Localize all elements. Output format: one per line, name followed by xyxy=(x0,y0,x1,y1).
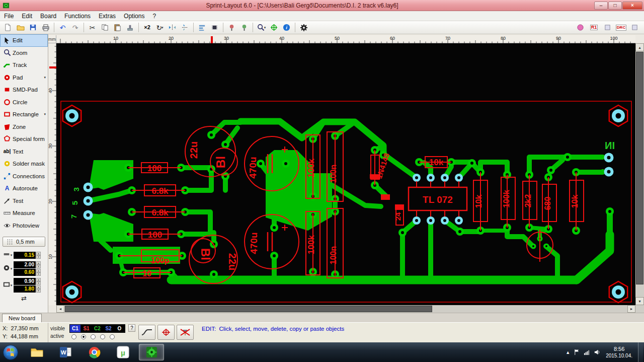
menu-item-file[interactable]: File xyxy=(0,11,18,21)
tool-test[interactable]: Test xyxy=(0,195,48,207)
pad-diameter-spinner[interactable]: ▴▾ xyxy=(36,261,41,268)
layer-c2-button[interactable]: C2 xyxy=(92,325,103,332)
tool-photoview[interactable]: Photoview xyxy=(0,220,48,232)
redo-button[interactable]: ↷ xyxy=(69,22,82,33)
vertical-scrollbar[interactable]: ▴ ▾ xyxy=(635,43,644,305)
track-width-dropdown-icon[interactable]: ▾ xyxy=(11,253,13,257)
copy-button[interactable] xyxy=(99,22,111,33)
menu-item-board[interactable]: Board xyxy=(36,11,60,21)
vertical-scroll-thumb[interactable] xyxy=(636,52,643,284)
layer-c1-button[interactable]: C1 xyxy=(70,325,80,332)
menu-item-options[interactable]: Options xyxy=(120,11,148,21)
smd-size-dropdown-icon[interactable]: ▾ xyxy=(11,283,13,287)
active-layer-radio-c2[interactable] xyxy=(91,334,96,339)
active-layer-radio-c1[interactable] xyxy=(71,334,76,339)
pad-size-dropdown-icon[interactable]: ▾ xyxy=(11,267,13,271)
rotate-button[interactable]: ↻▾ xyxy=(153,22,166,33)
tool-special-form[interactable]: Special form xyxy=(0,133,48,146)
pad-cross-button[interactable] xyxy=(157,325,175,340)
dropdown-arrow-icon[interactable]: ▾ xyxy=(264,26,266,30)
flip-vertical-button[interactable] xyxy=(179,22,191,33)
swap-values-icon[interactable]: ⇄ xyxy=(2,295,46,302)
horizontal-scrollbar[interactable]: ◂ ▸ xyxy=(56,305,635,313)
taskbar-app-sprint-layout[interactable] xyxy=(139,344,164,360)
tool-zone[interactable]: Zone xyxy=(0,121,48,133)
new-file-button[interactable] xyxy=(2,22,14,33)
delete-button[interactable] xyxy=(124,22,136,33)
menu-item-edit[interactable]: Edit xyxy=(18,11,36,21)
save-file-button[interactable] xyxy=(27,22,39,33)
tool-rectangle[interactable]: Rectangle▾ xyxy=(0,108,48,121)
print-button[interactable] xyxy=(39,22,52,33)
align-button[interactable] xyxy=(196,22,208,33)
scroll-up-icon[interactable]: ▴ xyxy=(635,43,644,51)
open-file-button[interactable] xyxy=(14,22,27,33)
footprint-button[interactable] xyxy=(208,22,221,33)
tool-zoom[interactable]: Zoom xyxy=(0,47,48,59)
tool-circle[interactable]: Circle xyxy=(0,96,48,109)
scroll-left-icon[interactable]: ◂ xyxy=(56,305,64,313)
flag-icon[interactable] xyxy=(574,349,580,355)
show-desktop-button[interactable] xyxy=(638,342,643,362)
taskbar-app-utorrent[interactable]: µ xyxy=(110,344,135,360)
duplicate-button[interactable]: ×2 xyxy=(141,22,153,33)
track-width-spinner[interactable]: ▴▾ xyxy=(36,252,41,259)
tool-autoroute[interactable]: AAutoroute xyxy=(0,182,48,195)
menu-item-help[interactable]: ? xyxy=(148,11,160,21)
active-layer-radio-o[interactable] xyxy=(110,334,115,339)
dropdown-arrow-icon[interactable]: ▾ xyxy=(162,26,164,30)
cut-button[interactable]: ✂ xyxy=(86,22,99,33)
tool-connections[interactable]: Connections xyxy=(0,170,48,183)
component-side-button[interactable] xyxy=(238,22,251,33)
tool-smd-pad[interactable]: SMD-Pad xyxy=(0,84,48,96)
pad-diameter-value[interactable]: 2.00 xyxy=(14,261,36,268)
active-layer-radio-s1[interactable] xyxy=(81,334,86,339)
paste-button[interactable] xyxy=(111,22,124,33)
tool-measure[interactable]: Measure xyxy=(0,207,48,220)
solder-side-button[interactable] xyxy=(225,22,238,33)
network-icon[interactable] xyxy=(584,349,590,355)
menu-item-functions[interactable]: Functions xyxy=(60,11,95,21)
taskbar-app-windows-explorer[interactable] xyxy=(24,344,49,360)
tool-edit[interactable]: Edit xyxy=(0,34,48,47)
board-info-button[interactable]: i xyxy=(280,22,293,33)
smd-height-value[interactable]: 1.80 xyxy=(14,285,36,293)
layer-o-button[interactable]: O xyxy=(114,325,125,332)
layer-s1-button[interactable]: S1 xyxy=(81,325,92,332)
dropdown-arrow-icon[interactable]: ▾ xyxy=(44,112,46,116)
minimize-button[interactable]: – xyxy=(594,2,608,10)
horizontal-scroll-thumb[interactable] xyxy=(65,306,432,312)
tool-text[interactable]: ab|Text xyxy=(0,146,48,158)
hidden-icons-icon[interactable]: ▲ xyxy=(566,350,570,355)
tool-track[interactable]: Track xyxy=(0,59,48,71)
menu-item-extras[interactable]: Extras xyxy=(95,11,120,21)
taskbar-app-chrome[interactable] xyxy=(82,344,107,360)
clock[interactable]: 8:56 2015.10.04. xyxy=(606,346,632,359)
scroll-down-icon[interactable]: ▾ xyxy=(635,297,644,305)
pcb-canvas[interactable]: 22uBl470u1006.8k6.8k100100p10Bl22u470u10… xyxy=(56,43,635,305)
track-width-value[interactable]: 0.15 xyxy=(14,252,36,259)
taskbar-app-word[interactable]: W xyxy=(53,344,78,360)
close-button[interactable]: × xyxy=(622,2,642,10)
zoom-mode-button[interactable]: ▾ xyxy=(255,22,268,33)
smd-width-value[interactable]: 0.90 xyxy=(14,278,36,285)
smd-height-spinner[interactable]: ▴▾ xyxy=(36,285,41,293)
board-tab[interactable]: New board xyxy=(2,314,42,322)
maximize-button[interactable]: □ xyxy=(608,2,622,10)
pad-drill-value[interactable]: 0.60 xyxy=(14,269,36,276)
undo-button[interactable]: ↶ xyxy=(56,22,69,33)
new-panel-button[interactable] xyxy=(601,22,614,33)
smd-width-spinner[interactable]: ▴▾ xyxy=(36,278,41,285)
pad-drill-spinner[interactable]: ▴▾ xyxy=(36,269,41,276)
speaker-icon[interactable] xyxy=(594,349,600,355)
start-button[interactable] xyxy=(2,344,19,361)
tool-pad[interactable]: Pad▾ xyxy=(0,71,48,84)
grid-selector[interactable]: 0,5 mm xyxy=(3,237,45,247)
tool-solder-mask[interactable]: Solder mask xyxy=(0,158,48,170)
settings-button[interactable] xyxy=(297,22,310,33)
macro-library-button[interactable] xyxy=(574,22,587,33)
report-r1-button[interactable]: R1 xyxy=(588,22,600,33)
origin-button[interactable] xyxy=(268,22,280,33)
mini-viewer-button[interactable] xyxy=(628,22,641,33)
scroll-right-icon[interactable]: ▸ xyxy=(627,305,635,313)
